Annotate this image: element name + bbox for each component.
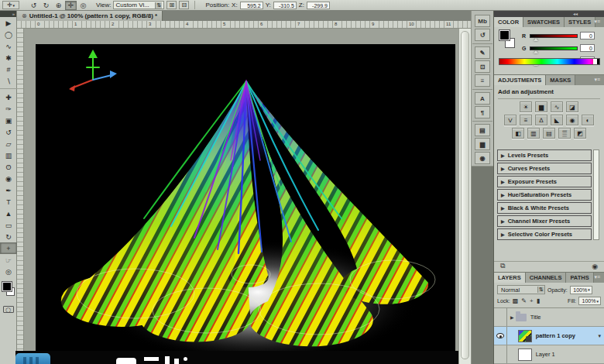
expand-triangle-icon[interactable]: ▶ <box>501 166 505 171</box>
expand-triangle-icon[interactable]: ▶ <box>501 218 505 224</box>
lasso-tool[interactable]: ∿ <box>0 40 17 52</box>
channel-slider[interactable] <box>530 46 578 50</box>
posterize-adjustment-icon[interactable]: ▥ <box>527 128 540 139</box>
layer-row-layer-1[interactable]: ▶ Layer 1 ▾ <box>494 345 604 364</box>
gradient-map-adjustment-icon[interactable]: ▒ <box>558 128 571 139</box>
dock-separator[interactable] <box>472 121 492 122</box>
photo-filter-adjustment-icon[interactable]: ◉ <box>566 115 578 125</box>
history-panel-icon[interactable]: ↺ <box>475 29 490 41</box>
preset-scrollbar[interactable] <box>593 149 599 240</box>
channel-value-field[interactable]: 0 <box>580 44 595 52</box>
tab-swatches[interactable]: SWATCHES <box>523 17 565 27</box>
layer-options-caret[interactable]: ▾ <box>598 333 601 339</box>
lock-image-pixels-icon[interactable]: ✎ <box>521 297 527 304</box>
walk-3d-camera-tool[interactable]: ✛ <box>65 1 77 10</box>
dodge-tool[interactable]: ◉ <box>0 173 17 184</box>
blur-tool[interactable]: ʘ <box>0 161 17 173</box>
dropdown-stepper-icon[interactable]: ⇅ <box>537 287 544 293</box>
expand-triangle-icon[interactable]: ▶ <box>501 179 505 184</box>
pan-3d-camera-tool[interactable]: ⊕ <box>53 1 64 10</box>
paragraph-panel-icon[interactable]: ¶ <box>475 106 490 118</box>
tab-color[interactable]: COLOR <box>494 17 523 27</box>
color-balance-adjustment-icon[interactable]: ∆ <box>535 115 547 125</box>
expand-triangle-icon[interactable]: ▶ <box>501 232 505 237</box>
opacity-field[interactable]: 100%▾ <box>570 286 592 294</box>
visibility-toggle[interactable] <box>494 327 507 345</box>
roll-3d-camera-tool[interactable]: ↻ <box>40 1 52 10</box>
gradient-tool[interactable]: ▥ <box>0 149 17 161</box>
collapse-panels-button[interactable]: ◂◂ <box>494 11 604 17</box>
expanded-view-button[interactable]: ⧉ <box>500 262 505 270</box>
clone-stamp-tool[interactable]: ▣ <box>0 115 17 126</box>
group-expand-arrow[interactable]: ▶ <box>510 314 514 320</box>
channel-mixer-adjustment-icon[interactable]: ◐ <box>582 115 594 125</box>
crop-tool[interactable]: # <box>0 64 17 75</box>
tab-styles[interactable]: STYLES <box>565 17 595 27</box>
preset-group-row[interactable]: ▶ Exposure Presets <box>497 176 592 187</box>
exposure-adjustment-icon[interactable]: ◪ <box>566 101 578 112</box>
delete-view-button[interactable]: ⊟ <box>179 1 189 9</box>
foreground-color-swatch[interactable] <box>499 30 510 40</box>
position-z-field[interactable]: -299.9 <box>307 2 330 9</box>
layer-thumbnail[interactable] <box>518 349 532 361</box>
layer-name[interactable]: pattern 1 copy <box>536 332 575 339</box>
move-tool[interactable]: ▶ <box>0 17 17 29</box>
tool-presets-panel-icon[interactable]: ✎ <box>475 46 490 59</box>
healing-brush-tool[interactable]: ✚ <box>0 91 17 103</box>
levels-adjustment-icon[interactable]: ▆ <box>535 101 547 112</box>
marquee-tool[interactable]: ◯ <box>0 29 17 40</box>
position-x-field[interactable]: 595.2 <box>240 2 263 9</box>
pen-tool[interactable]: ✒ <box>0 184 17 196</box>
character-panel-icon[interactable]: A <box>475 92 490 105</box>
preset-group-row[interactable]: ▶ Curves Presets <box>497 163 592 174</box>
lock-all-icon[interactable]: ▮ <box>537 297 540 304</box>
dropdown-stepper-icon[interactable]: ⇅ <box>155 2 162 9</box>
dock-separator[interactable] <box>472 43 492 44</box>
canvas-artwork[interactable] <box>36 44 455 352</box>
vibrance-adjustment-icon[interactable]: V <box>504 115 516 125</box>
tab-masks[interactable]: MASKS <box>546 75 575 85</box>
toolbar-collapse-icon[interactable]: » <box>0 11 16 17</box>
expand-triangle-icon[interactable]: ▶ <box>501 153 505 158</box>
brightness-contrast-adjustment-icon[interactable]: ☀ <box>520 101 532 112</box>
3d-rotate-tool[interactable]: ↻ <box>0 231 17 242</box>
layer-thumbnail[interactable] <box>516 314 527 321</box>
dock-separator[interactable] <box>472 89 492 90</box>
clip-to-layer-button[interactable]: ◉ <box>592 263 598 270</box>
preset-group-row[interactable]: ▶ Hue/Saturation Presets <box>497 189 592 201</box>
eraser-tool[interactable]: ▱ <box>0 138 17 149</box>
curves-adjustment-icon[interactable]: ∿ <box>551 101 563 112</box>
preset-group-row[interactable]: ▶ Black & White Presets <box>497 202 592 214</box>
channel-slider[interactable] <box>530 34 578 38</box>
tab-channels[interactable]: CHANNELS <box>526 273 567 283</box>
close-icon[interactable]: ⊗ <box>22 12 27 19</box>
layer-row-pattern-1-copy[interactable]: ▶ pattern 1 copy ▾ <box>494 327 604 345</box>
vertical-scrollbar[interactable] <box>458 29 471 364</box>
notes-panel-icon[interactable]: ▤ <box>475 124 490 136</box>
visibility-toggle[interactable] <box>494 308 507 326</box>
history-brush-tool[interactable]: ↺ <box>0 126 17 138</box>
lock-transparent-pixels-icon[interactable]: ▩ <box>513 297 519 304</box>
save-view-button[interactable]: ⊞ <box>166 1 177 9</box>
expand-triangle-icon[interactable]: ▶ <box>501 205 505 211</box>
tab-paths[interactable]: PATHS <box>566 273 593 283</box>
preset-group-row[interactable]: ▶ Channel Mixer Presets <box>497 215 592 227</box>
brush-tool[interactable]: ✑ <box>0 103 17 115</box>
type-tool[interactable]: T <box>0 196 17 208</box>
foreground-color-swatch[interactable] <box>2 282 12 291</box>
tab-adjustments[interactable]: ADJUSTMENTS <box>494 75 546 85</box>
document-tab[interactable]: ⊗ Untitled-1 @ 100% (pattern 1 copy, RGB… <box>17 11 163 21</box>
eyedropper-tool[interactable]: ∖ <box>0 75 17 87</box>
preset-group-row[interactable]: ▶ Levels Presets <box>497 149 592 161</box>
panel-menu-icon[interactable]: ▾≡ <box>594 19 602 25</box>
blend-mode-dropdown[interactable]: Normal ⇅ <box>497 285 545 294</box>
panel-menu-icon[interactable]: ▾≡ <box>594 274 602 280</box>
layer-name[interactable]: Title <box>530 314 541 321</box>
clone-source-panel-icon[interactable]: ⊡ <box>475 60 490 73</box>
channel-value-field[interactable]: 0 <box>580 32 595 39</box>
quick-mask-button[interactable]: ◯ <box>3 306 14 313</box>
3d-camera-tool[interactable]: + <box>0 242 17 254</box>
color-spectrum-ramp[interactable] <box>499 58 600 65</box>
zoom-3d-camera-tool[interactable]: ◎ <box>77 1 89 10</box>
layer-row-title[interactable]: ▶ Title ▾ <box>494 308 604 327</box>
